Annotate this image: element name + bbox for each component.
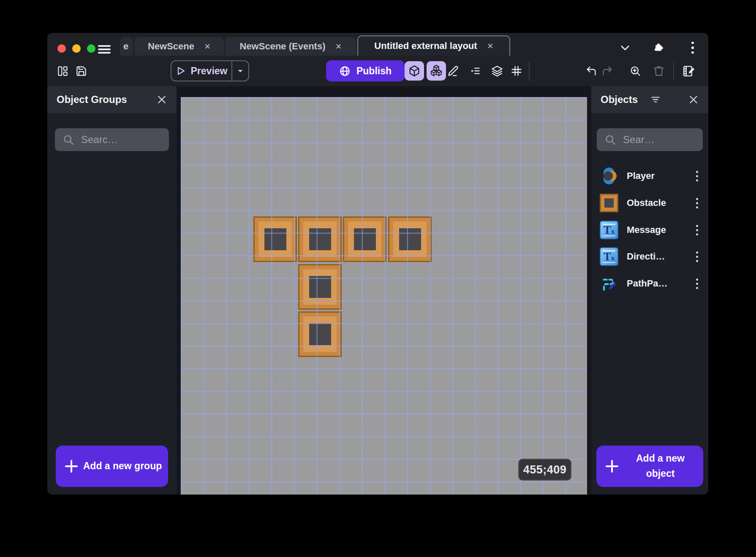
gdevelop-window: e NewScene × NewScene (Events) × Untitle… bbox=[47, 33, 708, 495]
play-icon bbox=[176, 66, 186, 76]
window-close-button[interactable] bbox=[57, 44, 66, 53]
add-object-label: Add a new object bbox=[622, 451, 699, 481]
obstacle-instance[interactable] bbox=[253, 216, 297, 262]
group-search-box bbox=[55, 128, 169, 151]
group-search-input[interactable] bbox=[81, 134, 161, 146]
object-search-box bbox=[597, 128, 703, 151]
preview-button[interactable]: Preview bbox=[171, 60, 249, 81]
tab-label: NewScene (Events) bbox=[240, 41, 326, 52]
redo-button[interactable] bbox=[599, 62, 616, 79]
object-menu-icon[interactable] bbox=[694, 223, 700, 237]
obstacle-instance[interactable] bbox=[298, 216, 342, 262]
titlebar: e NewScene × NewScene (Events) × Untitle… bbox=[47, 33, 708, 56]
kebab-menu-icon bbox=[691, 42, 694, 54]
object-row-pathpaint[interactable]: PathPa… bbox=[591, 270, 708, 297]
obstacle-instance[interactable] bbox=[343, 216, 386, 262]
instances-list-button[interactable] bbox=[466, 62, 483, 79]
toggle-3d-view-button[interactable] bbox=[405, 61, 424, 81]
toggle-instances-view-button[interactable] bbox=[427, 61, 446, 81]
main-menu-icon[interactable] bbox=[98, 45, 111, 54]
plus-icon bbox=[606, 460, 618, 473]
object-menu-icon[interactable] bbox=[694, 169, 700, 183]
preview-button-main[interactable]: Preview bbox=[171, 61, 231, 81]
window-minimize-button[interactable] bbox=[72, 44, 81, 53]
object-groups-title: Object Groups bbox=[57, 94, 127, 105]
close-panel-button[interactable] bbox=[156, 94, 167, 105]
tab-fragment-label: e bbox=[123, 41, 128, 52]
object-name: Player bbox=[627, 170, 686, 181]
zoom-in-icon bbox=[629, 65, 641, 77]
tab-close-icon[interactable]: × bbox=[335, 41, 341, 52]
chevron-down-icon bbox=[619, 42, 631, 54]
tab-label: NewScene bbox=[148, 41, 194, 52]
object-row-obstacle[interactable]: Obstacle bbox=[591, 189, 708, 216]
more-options-button[interactable] bbox=[685, 40, 700, 55]
objects-panel: Objects Player Obstacle Tx Mess bbox=[591, 86, 708, 495]
preview-options-button[interactable] bbox=[231, 61, 248, 81]
tab-untitled-external-layout[interactable]: Untitled external layout × bbox=[357, 35, 510, 56]
delete-button[interactable] bbox=[650, 62, 667, 79]
object-row-message[interactable]: Tx Message bbox=[591, 216, 708, 243]
add-group-button[interactable]: Add a new group bbox=[56, 446, 168, 487]
filter-objects-button[interactable] bbox=[650, 94, 661, 105]
layers-button[interactable] bbox=[489, 62, 506, 79]
object-name: Directi… bbox=[627, 251, 686, 262]
scene-canvas[interactable]: 455;409 bbox=[181, 97, 587, 495]
object-search-input[interactable] bbox=[623, 134, 695, 146]
add-group-label: Add a new group bbox=[81, 459, 164, 474]
search-icon bbox=[604, 134, 616, 146]
close-icon bbox=[688, 94, 699, 105]
tab-newscene-events[interactable]: NewScene (Events) × bbox=[225, 37, 356, 56]
grid-icon bbox=[511, 65, 522, 77]
collapse-tabs-button[interactable] bbox=[617, 40, 633, 55]
save-button[interactable] bbox=[73, 62, 90, 79]
caret-down-icon bbox=[236, 66, 245, 76]
object-row-directions[interactable]: Tx Directi… bbox=[591, 243, 708, 270]
obstacle-instance[interactable] bbox=[298, 311, 342, 357]
text-object-icon: Tx bbox=[600, 221, 618, 239]
objects-header: Objects bbox=[591, 86, 708, 113]
object-menu-icon[interactable] bbox=[694, 250, 700, 264]
project-manager-icon bbox=[57, 65, 68, 77]
plus-icon bbox=[65, 460, 78, 473]
layers-icon bbox=[491, 65, 503, 77]
object-menu-icon[interactable] bbox=[694, 196, 700, 210]
canvas-grid-overlay bbox=[181, 97, 587, 495]
tab-close-icon[interactable]: × bbox=[487, 40, 493, 52]
cube-3d-icon bbox=[408, 65, 421, 77]
cubes-stack-icon bbox=[430, 65, 443, 77]
obstacle-sprite-icon bbox=[600, 194, 618, 212]
cursor-coordinates-badge: 455;409 bbox=[518, 459, 571, 481]
tab-overflow-fragment[interactable]: e bbox=[120, 37, 133, 56]
tab-close-icon[interactable]: × bbox=[204, 41, 210, 52]
zoom-in-button[interactable] bbox=[627, 62, 644, 79]
window-maximize-button[interactable] bbox=[87, 44, 95, 53]
object-name: Obstacle bbox=[627, 197, 686, 208]
object-name: Message bbox=[627, 224, 686, 235]
add-object-button[interactable]: Add a new object bbox=[596, 446, 703, 487]
redo-icon bbox=[601, 65, 613, 77]
object-menu-icon[interactable] bbox=[694, 277, 700, 291]
close-icon bbox=[156, 94, 167, 105]
object-name: PathPa… bbox=[627, 278, 686, 289]
toolbar-divider bbox=[673, 61, 674, 81]
edit-mode-button[interactable] bbox=[445, 62, 462, 79]
extensions-button[interactable] bbox=[651, 40, 666, 55]
toolbar: Preview Publish bbox=[47, 56, 708, 86]
filter-icon bbox=[650, 94, 661, 105]
puzzle-icon bbox=[652, 41, 665, 54]
events-edit-icon bbox=[683, 65, 695, 77]
publish-label: Publish bbox=[356, 65, 392, 77]
instances-list-icon bbox=[469, 65, 481, 77]
tab-newscene[interactable]: NewScene × bbox=[134, 37, 224, 56]
open-events-editor-button[interactable] bbox=[680, 62, 697, 79]
obstacle-instance[interactable] bbox=[388, 216, 432, 262]
close-panel-button[interactable] bbox=[688, 94, 699, 105]
obstacle-instance[interactable] bbox=[298, 264, 342, 310]
project-manager-button[interactable] bbox=[54, 62, 71, 79]
grid-button[interactable] bbox=[508, 62, 525, 79]
publish-button[interactable]: Publish bbox=[326, 60, 405, 81]
undo-button[interactable] bbox=[583, 62, 600, 79]
preview-label: Preview bbox=[191, 65, 228, 77]
object-row-player[interactable]: Player bbox=[591, 162, 708, 189]
